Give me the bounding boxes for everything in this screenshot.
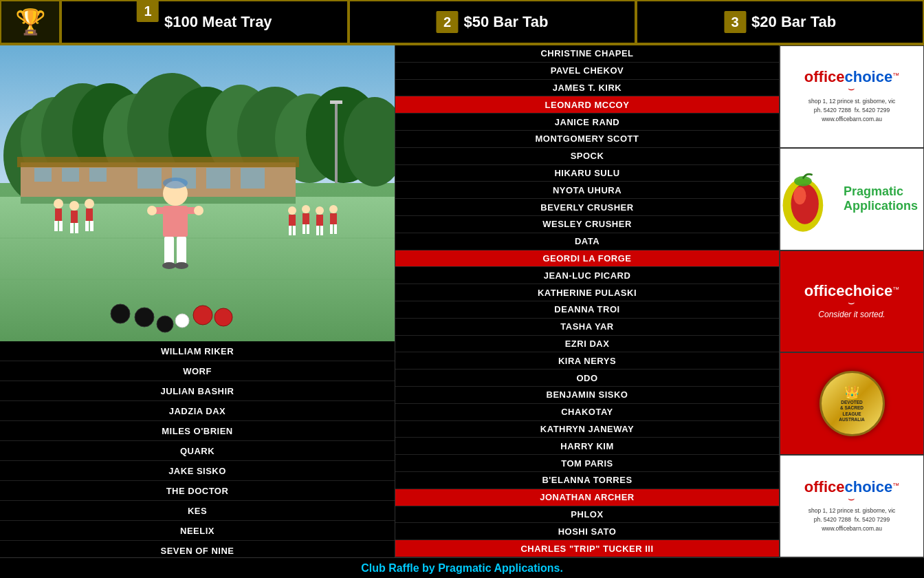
svg-rect-16 (62, 168, 79, 182)
svg-rect-15 (34, 168, 52, 182)
mid-player-row: DEANNA TROI (395, 301, 779, 319)
svg-point-45 (147, 206, 157, 215)
svg-rect-57 (302, 224, 305, 234)
mid-player-row: B'ELANNA TORRES (395, 472, 779, 489)
svg-rect-64 (330, 213, 337, 224)
oc-office-3: office (804, 478, 845, 495)
oc-smile-2: ⌣ (804, 299, 899, 308)
mid-player-row: WESLEY CRUSHER (395, 216, 779, 233)
svg-rect-22 (335, 100, 338, 183)
left-player-row: NEELIX (0, 521, 395, 541)
mid-player-row: ODO (395, 370, 779, 387)
ad-office-choice-1: officechoice™ ⌣ shop 1, 12 prince st. gi… (780, 45, 924, 148)
svg-point-69 (175, 314, 189, 328)
oc-smile-3: ⌣ (804, 495, 899, 504)
mid-column: CHRISTINE CHAPELPAVEL CHEKOVJAMES T. KIR… (395, 45, 780, 557)
svg-rect-56 (302, 213, 309, 224)
left-player-row: WORF (0, 361, 395, 381)
svg-rect-20 (206, 168, 230, 189)
svg-rect-14 (17, 157, 299, 167)
ad-pragmatic: Pragmatic Applications (780, 148, 924, 250)
svg-rect-42 (163, 206, 188, 237)
left-player-row: MILES O'BRIEN (0, 421, 395, 441)
footer-text: Club Raffle by Pragmatic Applications. (361, 562, 563, 575)
svg-rect-35 (75, 223, 78, 233)
svg-rect-33 (71, 211, 78, 223)
svg-rect-39 (90, 221, 94, 231)
svg-rect-30 (54, 221, 58, 231)
mid-player-row: JONATHAN ARCHER (395, 489, 779, 506)
svg-point-28 (54, 199, 63, 208)
left-player-row: THE DOCTOR (0, 481, 395, 501)
oc-smile-1: ⌣ (804, 85, 899, 94)
prize3-number: 3 (724, 11, 746, 33)
left-player-row: SEVEN OF NINE (0, 541, 395, 557)
svg-rect-58 (307, 224, 309, 234)
svg-point-71 (214, 308, 232, 326)
svg-point-63 (329, 205, 338, 213)
mid-player-row: CHAKOTAY (395, 404, 779, 421)
svg-point-67 (111, 304, 130, 323)
header: 🏆 1 $100 Meat Tray 2 $50 Bar Tab 3 $20 B… (0, 0, 924, 45)
office-choice-ad-1: officechoice™ ⌣ shop 1, 12 prince st. gi… (780, 46, 923, 147)
mid-player-row: PHLOX (395, 506, 779, 524)
mid-player-row: CHRISTINE CHAPEL (395, 45, 779, 63)
left-player-row: JADZIA DAX (0, 401, 395, 421)
mid-player-row: KIRA NERYS (395, 352, 779, 370)
svg-point-46 (194, 206, 204, 215)
svg-rect-61 (316, 226, 319, 235)
crown-icon: 👑 (844, 385, 859, 400)
svg-point-55 (302, 205, 310, 213)
svg-rect-48 (177, 237, 186, 264)
oc-logo-1: officechoice™ ⌣ (804, 69, 899, 94)
mid-player-row: LEONARD MCCOY (395, 96, 779, 114)
mid-player-row: GEORDI LA FORGE (395, 250, 779, 268)
prize2-header: 2 $50 Bar Tab (349, 0, 637, 44)
svg-rect-53 (289, 226, 292, 235)
mid-player-row: JANICE RAND (395, 114, 779, 131)
mid-player-row: KATHRYN JANEWAY (395, 421, 779, 438)
svg-point-72 (157, 316, 173, 332)
oc-details-3: shop 1, 12 prince st. gisborne, vicph. 5… (808, 506, 896, 533)
svg-point-41 (163, 178, 188, 189)
svg-rect-65 (330, 224, 333, 234)
svg-point-59 (316, 206, 324, 215)
pragmatic-line1: Pragmatic (844, 184, 918, 199)
mid-player-row: JEAN-LUC PICARD (395, 267, 779, 284)
svg-point-68 (135, 308, 154, 327)
mid-player-row: NYOTA UHURA (395, 182, 779, 199)
right-ads-column: officechoice™ ⌣ shop 1, 12 prince st. gi… (780, 45, 924, 557)
prize3-header: 3 $20 Bar Tab (636, 0, 924, 44)
oc-tagline-2: Consider it sorted. (818, 310, 885, 319)
mid-player-row: BENJAMIN SISKO (395, 387, 779, 404)
left-player-row: JULIAN BASHIR (0, 381, 395, 401)
mid-player-row: HOSHI SATO (395, 523, 779, 540)
svg-rect-17 (89, 168, 107, 182)
svg-rect-54 (293, 226, 296, 235)
mid-player-row: EZRI DAX (395, 336, 779, 353)
mid-player-row: PAVEL CHEKOV (395, 63, 779, 80)
logo-area: 🏆 (0, 0, 60, 44)
league-badge: 👑 DEVOTED& SACREDLEAGUEAUSTRALIA (820, 371, 885, 436)
svg-rect-23 (330, 100, 342, 104)
left-column: WILLIAM RIKERWORFJULIAN BASHIRJADZIA DAX… (0, 45, 395, 557)
mid-player-row: TOM PARIS (395, 455, 779, 472)
ad-league: 👑 DEVOTED& SACREDLEAGUEAUSTRALIA (780, 352, 924, 455)
svg-point-75 (793, 187, 806, 205)
oc-office-1: office (804, 68, 845, 85)
oc-logo-3: officechoice™ ⌣ (804, 480, 899, 504)
svg-rect-31 (59, 221, 63, 231)
svg-rect-21 (241, 168, 265, 189)
mid-player-row: CHARLES "TRIP" TUCKER III (395, 540, 779, 557)
mid-player-row: TASHA YAR (395, 319, 779, 336)
league-text: DEVOTED& SACREDLEAGUEAUSTRALIA (839, 400, 865, 423)
prize1-number: 1 (137, 0, 159, 22)
svg-rect-62 (320, 226, 323, 235)
left-player-list: WILLIAM RIKERWORFJULIAN BASHIRJADZIA DAX… (0, 341, 395, 557)
mid-player-row: MONTGOMERY SCOTT (395, 131, 779, 148)
svg-rect-60 (316, 215, 323, 226)
svg-point-70 (193, 306, 212, 325)
prize2-number: 2 (436, 11, 458, 33)
svg-rect-37 (86, 208, 93, 221)
oc-logo-2: officechoice™ ⌣ (804, 283, 899, 308)
